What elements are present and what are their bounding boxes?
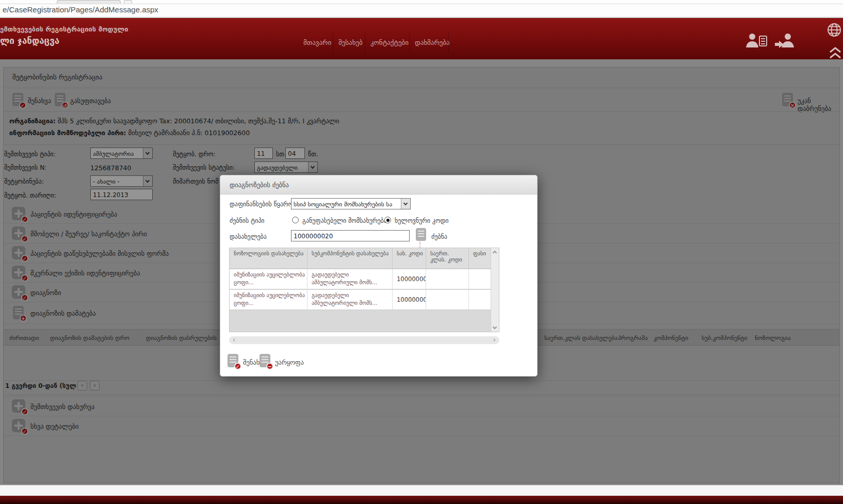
table-row[interactable]: იმუნიზაციის აუცილებლობა ცოფი... გადაუდებ… <box>230 269 491 289</box>
header-class-code[interactable]: საერთ. კლას. კოდი <box>426 248 469 268</box>
results-table-header: ნოზოლოგიის დასახელება სუბკომპონენტის დას… <box>230 248 491 269</box>
chrome-divider <box>0 17 843 17</box>
nav-divider <box>448 31 449 52</box>
bottom-bar <box>0 496 843 504</box>
funding-source-label: დაფინანსების წყარო <box>230 201 293 208</box>
scroll-left-icon[interactable]: ‹ <box>233 336 235 344</box>
nav-divider <box>409 31 410 52</box>
check-badge-icon <box>234 363 241 370</box>
browser-tab-small[interactable] <box>124 0 132 4</box>
bottom-white-strip <box>0 485 843 496</box>
user-profile-icon[interactable] <box>745 32 769 52</box>
artificial-code-radio[interactable] <box>384 217 391 223</box>
nav-divider <box>365 31 365 52</box>
nav-divider <box>333 31 333 52</box>
priced-service-radio[interactable] <box>292 217 299 223</box>
header-nosology-name[interactable]: ნოზოლოგიის დასახელება <box>230 248 307 268</box>
diagnosis-results-table: ნოზოლოგიის დასახელება სუბკომპონენტის დას… <box>229 248 499 332</box>
name-label: დასახელება <box>230 233 267 240</box>
header-state-code[interactable]: სახ. კოდი <box>393 248 426 268</box>
modal-save-icon[interactable] <box>228 354 238 367</box>
address-bar-url[interactable]: e/CaseRegistration/Pages/AddMessage.aspx <box>3 5 158 14</box>
nav-item-about[interactable]: შესახებ <box>338 39 363 46</box>
minus-badge-icon <box>266 363 273 370</box>
scroll-down-icon[interactable] <box>493 325 497 329</box>
app-header: ემთხვევების რეგისტრაციის მოდული ლი ჯანდა… <box>0 18 843 59</box>
dialog-title: დიაგნოზების ძებნა <box>230 181 289 189</box>
diagnosis-search-input[interactable]: 1000000020 <box>291 230 410 241</box>
browser-tab[interactable] <box>57 0 121 4</box>
header-price[interactable]: ფასი <box>469 248 491 268</box>
artificial-code-radio-label[interactable]: ხელოვნური კოდი <box>395 217 448 224</box>
browser-chrome: e/CaseRegistration/Pages/AddMessage.aspx <box>0 0 843 18</box>
nav-item-home[interactable]: მთავარი <box>303 39 331 46</box>
nav-item-help[interactable]: დახმარება <box>415 39 450 46</box>
nav-item-contacts[interactable]: კონტაქტები <box>370 39 409 46</box>
table-row[interactable]: იმუნიზაციის აუცილებლობა ცოფი... გადაუდებ… <box>230 290 491 310</box>
funding-source-select[interactable]: სსიპ სოციალური მომსახურების სა <box>291 198 411 209</box>
tab-strip-line <box>0 4 843 4</box>
header-subcomponent-name[interactable]: სუბკომპონენტის დასახელება <box>307 248 393 268</box>
scroll-right-icon[interactable]: › <box>493 336 496 344</box>
dialog-titlebar[interactable]: დიაგნოზების ძებნა <box>220 175 537 194</box>
vertical-scrollbar[interactable] <box>491 248 499 332</box>
app-title-line2: ლი ჯანდაცვა <box>0 36 59 46</box>
search-button[interactable]: ძებნა <box>431 233 447 240</box>
search-icon[interactable] <box>416 228 426 241</box>
priced-service-radio-label[interactable]: განუფასებელი მომსახურება <box>302 217 387 224</box>
logout-user-icon[interactable] <box>774 32 797 52</box>
horizontal-scrollbar[interactable]: ‹ › <box>229 336 499 344</box>
chevron-down-icon[interactable] <box>401 199 410 209</box>
app-title-line1: ემთხვევების რეგისტრაციის მოდული <box>0 25 128 33</box>
scroll-up-icon[interactable] <box>493 251 497 255</box>
modal-cancel-button[interactable]: უარყოფა <box>275 359 304 366</box>
diagnosis-search-dialog: დიაგნოზების ძებნა დაფინანსების წყარო სსი… <box>220 175 538 377</box>
modal-cancel-icon[interactable] <box>260 354 270 367</box>
application-window: e/CaseRegistration/Pages/AddMessage.aspx… <box>0 0 843 504</box>
search-type-label: ძებნის ტიპი <box>230 217 265 224</box>
language-globe-icon[interactable] <box>826 22 842 40</box>
